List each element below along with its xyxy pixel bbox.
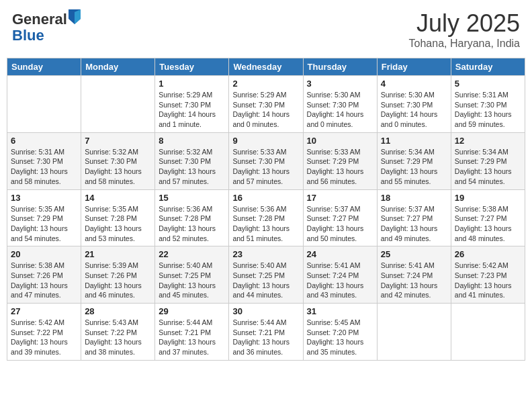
day-number: 19: [455, 193, 521, 203]
calendar-cell: 26Sunrise: 5:42 AMSunset: 7:23 PMDayligh…: [451, 246, 525, 304]
day-number: 14: [85, 193, 151, 203]
day-info: Sunrise: 5:45 AMSunset: 7:20 PMDaylight:…: [307, 318, 373, 357]
day-number: 28: [85, 306, 151, 316]
day-info: Sunrise: 5:34 AMSunset: 7:29 PMDaylight:…: [455, 147, 521, 187]
day-info: Sunrise: 5:30 AMSunset: 7:30 PMDaylight:…: [307, 90, 373, 130]
calendar-cell: 14Sunrise: 5:35 AMSunset: 7:28 PMDayligh…: [81, 189, 155, 246]
day-number: 18: [381, 193, 447, 203]
day-number: 6: [11, 136, 77, 146]
calendar-cell: 7Sunrise: 5:32 AMSunset: 7:30 PMDaylight…: [81, 132, 155, 189]
calendar-cell: 16Sunrise: 5:36 AMSunset: 7:28 PMDayligh…: [229, 189, 303, 246]
calendar-cell: [451, 304, 525, 361]
day-info: Sunrise: 5:31 AMSunset: 7:30 PMDaylight:…: [455, 90, 521, 130]
day-info: Sunrise: 5:38 AMSunset: 7:27 PMDaylight:…: [455, 204, 521, 244]
day-info: Sunrise: 5:35 AMSunset: 7:29 PMDaylight:…: [11, 204, 77, 244]
calendar-cell: 15Sunrise: 5:36 AMSunset: 7:28 PMDayligh…: [155, 189, 229, 246]
calendar-cell: 27Sunrise: 5:42 AMSunset: 7:22 PMDayligh…: [7, 304, 81, 361]
calendar-cell: [81, 76, 155, 133]
day-number: 15: [159, 193, 225, 203]
day-info: Sunrise: 5:33 AMSunset: 7:30 PMDaylight:…: [232, 147, 299, 187]
day-info: Sunrise: 5:32 AMSunset: 7:30 PMDaylight:…: [85, 147, 151, 187]
day-info: Sunrise: 5:36 AMSunset: 7:28 PMDaylight:…: [159, 204, 225, 244]
day-info: Sunrise: 5:37 AMSunset: 7:27 PMDaylight:…: [381, 204, 447, 244]
day-number: 9: [232, 136, 299, 146]
calendar-cell: 2Sunrise: 5:29 AMSunset: 7:30 PMDaylight…: [229, 76, 303, 133]
day-number: 22: [159, 249, 225, 259]
day-info: Sunrise: 5:36 AMSunset: 7:28 PMDaylight:…: [232, 204, 299, 244]
calendar-cell: 23Sunrise: 5:40 AMSunset: 7:25 PMDayligh…: [229, 246, 303, 304]
calendar-week-row: 27Sunrise: 5:42 AMSunset: 7:22 PMDayligh…: [7, 304, 525, 361]
day-info: Sunrise: 5:34 AMSunset: 7:29 PMDaylight:…: [381, 147, 447, 187]
day-info: Sunrise: 5:42 AMSunset: 7:22 PMDaylight:…: [11, 318, 77, 357]
day-info: Sunrise: 5:39 AMSunset: 7:26 PMDaylight:…: [85, 261, 151, 300]
calendar-cell: 21Sunrise: 5:39 AMSunset: 7:26 PMDayligh…: [81, 246, 155, 304]
day-number: 27: [11, 306, 77, 316]
calendar-week-row: 6Sunrise: 5:31 AMSunset: 7:30 PMDaylight…: [7, 132, 525, 189]
day-number: 26: [455, 249, 521, 259]
day-info: Sunrise: 5:38 AMSunset: 7:26 PMDaylight:…: [11, 261, 77, 300]
day-number: 10: [307, 136, 373, 146]
calendar-week-row: 13Sunrise: 5:35 AMSunset: 7:29 PMDayligh…: [7, 189, 525, 246]
calendar-cell: 11Sunrise: 5:34 AMSunset: 7:29 PMDayligh…: [377, 132, 451, 189]
calendar-cell: [7, 76, 81, 133]
day-info: Sunrise: 5:31 AMSunset: 7:30 PMDaylight:…: [11, 147, 77, 187]
page-header: General Blue July 2025 Tohana, Haryana, …: [7, 7, 525, 52]
calendar-cell: 12Sunrise: 5:34 AMSunset: 7:29 PMDayligh…: [451, 132, 525, 189]
day-number: 5: [455, 79, 521, 89]
day-info: Sunrise: 5:43 AMSunset: 7:22 PMDaylight:…: [85, 318, 151, 357]
weekday-header-monday: Monday: [81, 58, 155, 76]
calendar-cell: 24Sunrise: 5:41 AMSunset: 7:24 PMDayligh…: [303, 246, 377, 304]
day-number: 17: [307, 193, 373, 203]
day-number: 20: [11, 249, 77, 259]
logo-general-text: General: [12, 11, 67, 28]
calendar-table: SundayMondayTuesdayWednesdayThursdayFrid…: [7, 58, 525, 361]
day-info: Sunrise: 5:40 AMSunset: 7:25 PMDaylight:…: [232, 261, 299, 300]
day-info: Sunrise: 5:40 AMSunset: 7:25 PMDaylight:…: [159, 261, 225, 300]
day-info: Sunrise: 5:41 AMSunset: 7:24 PMDaylight:…: [307, 261, 373, 300]
calendar-cell: 22Sunrise: 5:40 AMSunset: 7:25 PMDayligh…: [155, 246, 229, 304]
calendar-cell: 4Sunrise: 5:30 AMSunset: 7:30 PMDaylight…: [377, 76, 451, 133]
weekday-header-sunday: Sunday: [7, 58, 81, 76]
day-info: Sunrise: 5:30 AMSunset: 7:30 PMDaylight:…: [381, 90, 447, 130]
day-info: Sunrise: 5:29 AMSunset: 7:30 PMDaylight:…: [232, 90, 299, 130]
day-info: Sunrise: 5:37 AMSunset: 7:27 PMDaylight:…: [307, 204, 373, 244]
calendar-cell: 10Sunrise: 5:33 AMSunset: 7:29 PMDayligh…: [303, 132, 377, 189]
calendar-cell: 3Sunrise: 5:30 AMSunset: 7:30 PMDaylight…: [303, 76, 377, 133]
weekday-header-wednesday: Wednesday: [229, 58, 303, 76]
calendar-cell: 25Sunrise: 5:41 AMSunset: 7:24 PMDayligh…: [377, 246, 451, 304]
calendar-cell: 28Sunrise: 5:43 AMSunset: 7:22 PMDayligh…: [81, 304, 155, 361]
day-number: 30: [232, 306, 299, 316]
day-number: 25: [381, 249, 447, 259]
day-info: Sunrise: 5:42 AMSunset: 7:23 PMDaylight:…: [455, 261, 521, 300]
day-number: 13: [11, 193, 77, 203]
day-number: 4: [381, 79, 447, 89]
day-number: 31: [307, 306, 373, 316]
day-info: Sunrise: 5:41 AMSunset: 7:24 PMDaylight:…: [381, 261, 447, 300]
day-number: 12: [455, 136, 521, 146]
calendar-cell: 9Sunrise: 5:33 AMSunset: 7:30 PMDaylight…: [229, 132, 303, 189]
weekday-header-tuesday: Tuesday: [155, 58, 229, 76]
month-title: July 2025: [409, 9, 520, 38]
day-number: 2: [232, 79, 299, 89]
weekday-header-thursday: Thursday: [303, 58, 377, 76]
calendar-cell: 17Sunrise: 5:37 AMSunset: 7:27 PMDayligh…: [303, 189, 377, 246]
day-info: Sunrise: 5:44 AMSunset: 7:21 PMDaylight:…: [232, 318, 299, 357]
calendar-cell: 31Sunrise: 5:45 AMSunset: 7:20 PMDayligh…: [303, 304, 377, 361]
calendar-cell: 18Sunrise: 5:37 AMSunset: 7:27 PMDayligh…: [377, 189, 451, 246]
calendar-cell: 1Sunrise: 5:29 AMSunset: 7:30 PMDaylight…: [155, 76, 229, 133]
weekday-header-row: SundayMondayTuesdayWednesdayThursdayFrid…: [7, 58, 525, 76]
day-info: Sunrise: 5:33 AMSunset: 7:29 PMDaylight:…: [307, 147, 373, 187]
day-number: 1: [159, 79, 225, 89]
day-info: Sunrise: 5:32 AMSunset: 7:30 PMDaylight:…: [159, 147, 225, 187]
day-number: 7: [85, 136, 151, 146]
calendar-week-row: 20Sunrise: 5:38 AMSunset: 7:26 PMDayligh…: [7, 246, 525, 304]
day-number: 16: [232, 193, 299, 203]
calendar-week-row: 1Sunrise: 5:29 AMSunset: 7:30 PMDaylight…: [7, 76, 525, 133]
day-number: 21: [85, 249, 151, 259]
calendar-cell: 5Sunrise: 5:31 AMSunset: 7:30 PMDaylight…: [451, 76, 525, 133]
calendar-cell: 19Sunrise: 5:38 AMSunset: 7:27 PMDayligh…: [451, 189, 525, 246]
calendar-cell: 29Sunrise: 5:44 AMSunset: 7:21 PMDayligh…: [155, 304, 229, 361]
title-block: July 2025 Tohana, Haryana, India: [409, 9, 520, 50]
calendar-cell: 20Sunrise: 5:38 AMSunset: 7:26 PMDayligh…: [7, 246, 81, 304]
day-number: 8: [159, 136, 225, 146]
